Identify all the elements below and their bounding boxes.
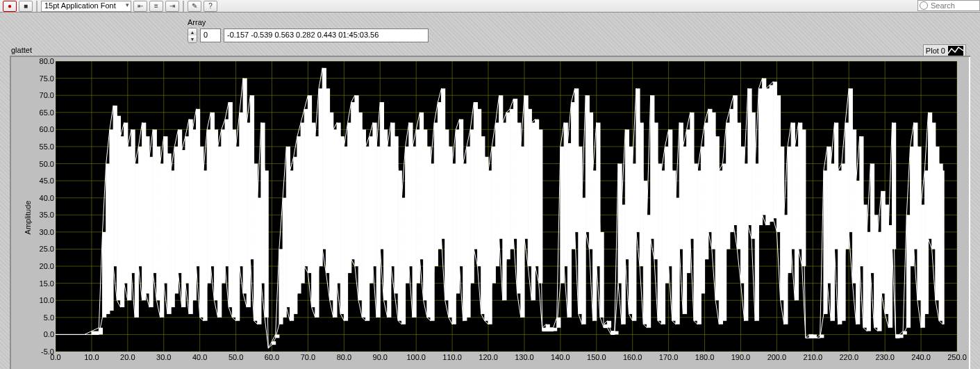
x-tick-label: 180.0	[695, 353, 715, 361]
search-input[interactable]	[929, 1, 979, 10]
y-tick-label: 10.0	[33, 296, 54, 304]
toolbar-separator	[183, 1, 184, 12]
x-tick-label: 160.0	[623, 353, 642, 361]
y-tick-label: 75.0	[33, 74, 54, 83]
svg-rect-342	[615, 331, 619, 335]
x-tick-label: 100.0	[406, 353, 426, 361]
toolbar: ● ■ 15pt Application Font ⇤ ≡ ⇥ ✎ ?	[0, 0, 980, 13]
align-left-button[interactable]: ⇤	[133, 1, 147, 12]
search-box[interactable]	[917, 0, 980, 11]
waveform-graph[interactable]: Amplitude Seconds from start -5.00.05.01…	[10, 56, 970, 369]
toolbar-separator	[36, 1, 38, 12]
array-index-field[interactable]: 0	[200, 28, 221, 42]
y-axis-title: Amplitude	[24, 201, 32, 235]
x-tick-label: 200.0	[767, 353, 787, 361]
y-tick-label: 60.0	[33, 125, 54, 133]
graph-label: glattet	[11, 46, 32, 54]
y-axis-ticks: -5.00.05.010.015.020.025.030.035.040.045…	[33, 61, 54, 352]
x-tick-label: 30.0	[156, 353, 171, 361]
legend-text: Plot 0	[926, 47, 945, 55]
x-tick-label: 130.0	[515, 353, 534, 361]
y-tick-label: 55.0	[33, 142, 54, 151]
x-tick-label: 0.0	[50, 353, 60, 361]
x-axis-ticks: 0.010.020.030.040.050.060.070.080.090.01…	[56, 353, 957, 363]
x-tick-label: 20.0	[120, 353, 135, 361]
y-tick-label: 35.0	[33, 211, 54, 219]
align-right-button[interactable]: ⇥	[165, 1, 179, 12]
x-tick-label: 140.0	[551, 353, 570, 361]
legend-swatch	[948, 46, 963, 56]
y-tick-label: 40.0	[33, 194, 54, 202]
x-tick-label: 190.0	[731, 353, 751, 361]
search-icon	[920, 1, 928, 10]
step-down-icon: ▼	[188, 35, 197, 42]
font-select[interactable]: 15pt Application Font	[41, 1, 131, 12]
y-tick-label: 45.0	[33, 177, 54, 185]
array-value-field[interactable]: -0.157 -0.539 0.563 0.282 0.443 01:45:03…	[224, 28, 429, 42]
array-indicator: Array ▲ ▼ 0 -0.157 -0.539 0.563 0.282 0.…	[188, 18, 429, 43]
stop-button[interactable]: ■	[19, 1, 33, 12]
x-tick-label: 240.0	[911, 353, 931, 361]
x-tick-label: 40.0	[192, 353, 207, 361]
y-tick-label: 80.0	[33, 57, 54, 65]
x-tick-label: 150.0	[587, 353, 606, 361]
x-tick-label: 170.0	[659, 353, 679, 361]
x-tick-label: 230.0	[875, 353, 895, 361]
x-tick-label: 70.0	[301, 353, 315, 361]
y-tick-label: 50.0	[33, 160, 54, 168]
y-tick-label: 15.0	[33, 279, 54, 288]
plot-area[interactable]	[56, 61, 957, 352]
y-tick-label: 70.0	[33, 91, 54, 99]
y-tick-label: 30.0	[33, 228, 54, 236]
front-panel: Array ▲ ▼ 0 -0.157 -0.539 0.563 0.282 0.…	[0, 13, 980, 369]
array-label: Array	[188, 18, 429, 26]
y-tick-label: 25.0	[33, 245, 54, 253]
y-tick-label: 20.0	[33, 262, 54, 270]
svg-rect-54	[92, 331, 99, 335]
x-tick-label: 60.0	[265, 353, 279, 361]
x-tick-label: 10.0	[84, 353, 99, 361]
x-tick-label: 110.0	[442, 353, 462, 361]
y-tick-label: 5.0	[33, 313, 54, 322]
tool-button-2[interactable]: ?	[204, 1, 217, 12]
y-tick-label: 65.0	[33, 108, 54, 117]
record-button[interactable]: ●	[3, 1, 17, 12]
x-tick-label: 220.0	[839, 353, 858, 361]
y-tick-label: 0.0	[33, 330, 54, 338]
x-tick-label: 210.0	[804, 353, 823, 361]
tool-button-1[interactable]: ✎	[188, 1, 201, 12]
x-tick-label: 120.0	[479, 353, 498, 361]
x-tick-label: 80.0	[337, 353, 351, 361]
step-up-icon: ▲	[188, 28, 197, 35]
x-tick-label: 250.0	[947, 353, 967, 361]
align-center-button[interactable]: ≡	[149, 1, 163, 12]
x-tick-label: 90.0	[373, 353, 388, 361]
index-stepper[interactable]: ▲ ▼	[188, 28, 197, 43]
x-tick-label: 50.0	[229, 353, 243, 361]
